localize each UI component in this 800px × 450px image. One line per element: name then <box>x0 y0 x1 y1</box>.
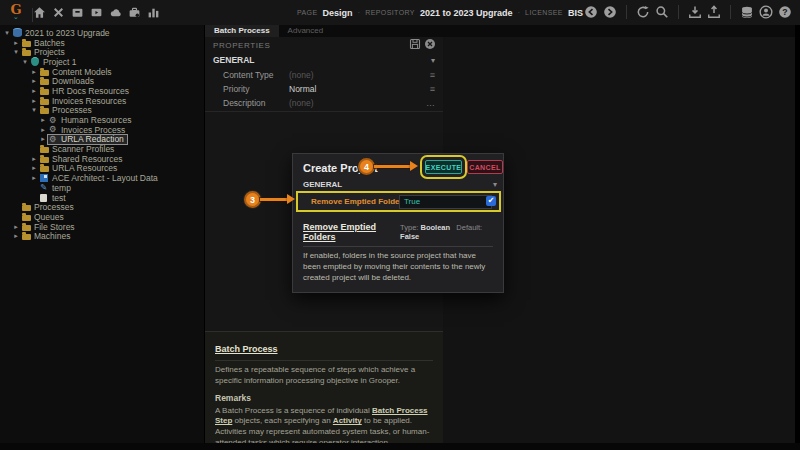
tree-item-icon <box>22 203 33 211</box>
property-action-icon[interactable]: ≡ <box>430 70 443 80</box>
tree: ▾ 2021 to 2023 Upgrade ▸ Batches ▾ Proje… <box>0 25 204 241</box>
property-value[interactable]: (none) <box>289 70 430 80</box>
expand-icon[interactable]: ▸ <box>30 97 38 105</box>
expand-icon[interactable]: ▸ <box>30 155 38 163</box>
property-row[interactable]: Description (none) … <box>205 96 443 110</box>
tree-item-icon <box>40 145 51 153</box>
user-icon[interactable] <box>759 5 773 19</box>
property-value[interactable]: (none) <box>289 98 426 108</box>
tree-item-icon <box>40 174 51 182</box>
expand-icon[interactable]: ▸ <box>39 135 47 143</box>
tree-item-icon <box>40 106 51 114</box>
expand-icon[interactable]: ▾ <box>12 48 20 56</box>
tree-item-icon <box>40 68 51 76</box>
create-project-dialog: Create Project EXECUTE CANCEL GENERAL ▾ … <box>292 153 504 293</box>
property-label: Priority <box>205 84 289 94</box>
chevron-down-icon[interactable]: ▾ <box>493 180 505 189</box>
tree-item[interactable]: ▾ Projects <box>0 47 204 57</box>
expand-icon[interactable]: ▸ <box>30 164 38 172</box>
property-row[interactable]: Priority Normal ≡ <box>205 82 443 96</box>
jobs-icon[interactable] <box>127 5 141 19</box>
help-icon[interactable]: ? <box>778 5 792 19</box>
property-value[interactable]: Normal <box>289 84 430 94</box>
chevron-down-icon[interactable]: ▾ <box>431 56 443 65</box>
property-action-icon[interactable]: … <box>426 98 443 108</box>
tree-item-icon <box>40 77 51 85</box>
grooper-logo-icon[interactable]: G ⌄ <box>7 3 25 22</box>
expand-icon[interactable]: ▸ <box>39 126 47 134</box>
tree-item-icon <box>22 232 33 240</box>
dialog-help-body: If enabled, folders in the source projec… <box>303 250 493 284</box>
page-value: Design <box>323 8 353 18</box>
cancel-button[interactable]: CANCEL <box>467 160 503 174</box>
node-tree-panel: ▾ 2021 to 2023 Upgrade ▸ Batches ▾ Proje… <box>0 25 204 443</box>
expand-icon[interactable]: ▸ <box>30 87 38 95</box>
activity-link[interactable]: Activity <box>333 416 362 425</box>
help-title: Batch Process <box>215 344 278 354</box>
property-value-input[interactable]: True <box>399 195 492 209</box>
back-icon[interactable] <box>584 5 598 19</box>
type-default-meta: Type: Boolean Default: False <box>400 223 493 241</box>
tree-item[interactable]: ▸ Invoices Resources <box>0 96 204 106</box>
download-icon[interactable] <box>688 5 702 19</box>
save-icon[interactable] <box>409 36 421 54</box>
checkbox-checked[interactable]: ✔ <box>486 196 496 206</box>
tree-item[interactable]: ▸ ACE Architect - Layout Data <box>0 173 204 183</box>
divider <box>215 360 433 361</box>
property-label: Description <box>205 98 289 108</box>
property-row[interactable]: Content Type (none) ≡ <box>205 68 443 82</box>
expand-icon[interactable]: ▸ <box>12 232 20 240</box>
licensee-label: LICENSEE <box>525 9 563 16</box>
expand-icon[interactable]: ▸ <box>30 174 38 182</box>
expand-icon[interactable]: ▾ <box>30 106 38 114</box>
forward-icon[interactable] <box>603 5 617 19</box>
media-icon[interactable] <box>89 5 103 19</box>
tree-item[interactable]: ✎ temp <box>0 183 204 193</box>
search-icon[interactable] <box>655 5 669 19</box>
expand-icon[interactable]: ▸ <box>30 77 38 85</box>
stats-icon[interactable] <box>146 5 160 19</box>
tree-item[interactable]: ▸ File Stores <box>0 222 204 232</box>
cloud-icon[interactable] <box>108 5 122 19</box>
tree-item[interactable]: ▸ Batches <box>0 38 204 48</box>
tree-item-icon: ✎ <box>40 183 51 192</box>
topbar-divider <box>678 5 679 19</box>
annotation-step-4-badge: 4 <box>358 158 375 175</box>
design-tools-icon[interactable] <box>51 5 65 19</box>
properties-header: PROPERTIES <box>205 37 443 53</box>
tree-item-icon <box>40 194 51 202</box>
expand-icon[interactable]: ▾ <box>21 58 29 66</box>
database-icon[interactable] <box>740 5 754 19</box>
expand-icon[interactable]: ▸ <box>30 68 38 76</box>
tab-advanced[interactable]: Advanced <box>279 25 333 37</box>
tree-item-icon <box>40 155 51 163</box>
general-group-header[interactable]: GENERAL ▾ <box>205 53 443 67</box>
tree-item-icon <box>40 97 51 105</box>
refresh-icon[interactable] <box>636 5 650 19</box>
upload-icon[interactable] <box>707 5 721 19</box>
topbar-divider <box>730 5 731 19</box>
dialog-general-group-header[interactable]: GENERAL ▾ <box>293 178 505 191</box>
tree-item[interactable]: Processes <box>0 202 204 212</box>
help-definition: Defines a repeatable sequence of steps w… <box>215 365 433 387</box>
remove-emptied-folders-row[interactable]: Remove Emptied Folders True ✔ <box>296 191 501 212</box>
property-action-icon[interactable]: ≡ <box>430 84 443 94</box>
tree-item[interactable]: ▸ Machines <box>0 231 204 241</box>
tab-bar: Batch Process Advanced <box>205 25 443 37</box>
batches-icon[interactable] <box>70 5 84 19</box>
execute-button[interactable]: EXECUTE <box>425 160 462 174</box>
home-icon[interactable] <box>32 5 46 19</box>
tree-item[interactable]: ▸ Content Models <box>0 67 204 77</box>
expand-icon[interactable]: ▸ <box>12 39 20 47</box>
tree-item-label: Machines <box>34 231 70 241</box>
tree-item-icon <box>22 223 33 231</box>
expand-icon[interactable]: ▾ <box>3 29 11 37</box>
expand-icon[interactable]: ▸ <box>39 116 47 124</box>
annotation-arrow-4 <box>374 165 410 168</box>
property-label: Content Type <box>205 70 289 80</box>
tree-item[interactable]: Queues <box>0 212 204 222</box>
annotation-arrow-3 <box>260 198 287 201</box>
tab-batch-process[interactable]: Batch Process <box>205 25 279 37</box>
expand-icon[interactable]: ▸ <box>12 223 20 231</box>
cancel-edit-icon[interactable] <box>424 36 436 54</box>
